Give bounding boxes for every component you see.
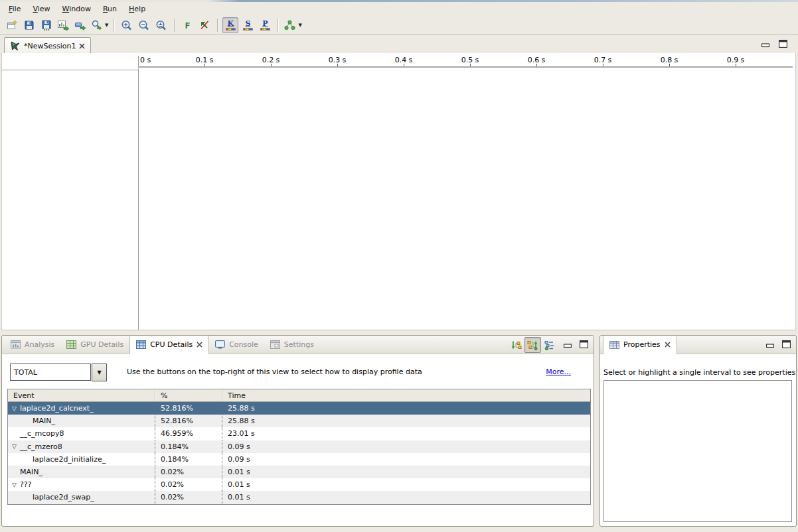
tab-console[interactable]: Console — [209, 336, 264, 354]
tab-analysis-label: Analysis — [25, 340, 54, 349]
table-row[interactable]: laplace2d_initialize_0.184%0.09 s — [8, 453, 590, 466]
percent-cell[interactable]: 0.02% — [155, 478, 222, 491]
table-row[interactable]: ▽laplace2d_calcnext_52.816%25.88 s — [8, 402, 590, 415]
zoom-out-button[interactable]: − — [136, 17, 152, 33]
menu-bar: File View Window Run Help — [0, 2, 798, 16]
toolbar-separator — [114, 19, 114, 32]
tab-settings[interactable]: Settings — [264, 336, 320, 354]
percent-cell[interactable]: 52.816% — [155, 415, 222, 427]
event-cell[interactable]: ▽__c_mzero8 — [8, 440, 155, 453]
tab-cpu-details-label: CPU Details — [150, 340, 193, 349]
zoom-fit-button[interactable]: ± — [153, 17, 169, 33]
search-button[interactable]: ▼ — [90, 17, 109, 33]
table-row[interactable]: __c_mcopy846.959%23.01 s — [8, 427, 590, 440]
code-structure-view-button[interactable] — [541, 337, 558, 353]
percent-cell[interactable]: 0.184% — [155, 453, 222, 466]
toolbar-separator — [174, 19, 175, 32]
tab-gpu-details[interactable]: GPU Details — [60, 336, 129, 354]
tree-expand-icon[interactable]: ▽ — [12, 405, 17, 411]
topology-dropdown-caret-icon[interactable]: ▼ — [298, 23, 301, 28]
menu-file[interactable]: File — [3, 3, 27, 15]
save-all-button[interactable] — [39, 17, 54, 33]
editor-tab-bar: *NewSession1 — [0, 35, 798, 53]
event-cell[interactable]: laplace2d_initialize_ — [8, 453, 155, 466]
maximize-editor-button[interactable] — [777, 38, 789, 49]
more-link[interactable]: More... — [546, 367, 571, 376]
time-cell[interactable]: 25.88 s — [222, 415, 590, 427]
time-cell[interactable]: 0.09 s — [222, 453, 590, 466]
event-cell[interactable]: ▽??? — [8, 478, 155, 491]
column-header-percent[interactable]: % — [155, 389, 222, 401]
menu-view[interactable]: View — [27, 3, 56, 15]
save-button[interactable] — [21, 17, 37, 33]
process-view-toggle[interactable]: P — [257, 17, 273, 33]
column-header-time[interactable]: Time — [222, 389, 590, 401]
percent-cell[interactable]: 0.184% — [155, 440, 222, 453]
close-icon[interactable] — [197, 342, 202, 348]
percent-cell[interactable]: 0.02% — [155, 466, 222, 478]
menu-run[interactable]: Run — [97, 3, 123, 15]
gpu-details-icon — [66, 340, 76, 349]
event-name: laplace2d_swap_ — [8, 493, 94, 501]
toolbar-separator — [217, 19, 218, 32]
svg-text:+: + — [123, 21, 129, 28]
timeline-canvas[interactable] — [139, 68, 795, 330]
tab-cpu-details[interactable]: CPU Details — [129, 336, 209, 354]
minimize-properties-button[interactable] — [764, 340, 776, 350]
event-name: laplace2d_initialize_ — [8, 455, 106, 464]
topology-view-button[interactable]: ▼ — [283, 17, 302, 33]
new-session-button[interactable] — [4, 17, 20, 33]
bottom-up-view-button[interactable] — [524, 337, 541, 353]
profile-application-button[interactable] — [56, 17, 72, 33]
event-cell[interactable]: MAIN_ — [8, 466, 155, 478]
top-down-view-icon — [511, 340, 522, 350]
tree-expand-icon[interactable]: ▽ — [12, 444, 17, 450]
maximize-icon — [779, 40, 787, 48]
enable-marker-button[interactable]: F — [179, 17, 195, 33]
topology-icon — [283, 20, 296, 31]
table-row[interactable]: MAIN_0.02%0.01 s — [8, 466, 590, 478]
table-row[interactable]: ▽__c_mzero80.184%0.09 s — [8, 440, 590, 453]
search-dropdown-caret-icon[interactable]: ▼ — [105, 23, 108, 28]
event-cell[interactable]: __c_mcopy8 — [8, 427, 155, 440]
table-row[interactable]: MAIN_52.816%25.88 s — [8, 415, 590, 427]
close-icon[interactable] — [79, 43, 85, 49]
time-cell[interactable]: 0.01 s — [222, 478, 590, 491]
menu-window[interactable]: Window — [56, 3, 97, 15]
timeline-tick-mark — [603, 64, 603, 66]
time-cell[interactable]: 0.09 s — [222, 440, 590, 453]
event-cell[interactable]: ▽laplace2d_calcnext_ — [8, 402, 155, 415]
table-row[interactable]: laplace2d_swap_0.02%0.01 s — [8, 491, 590, 503]
zoom-in-button[interactable]: + — [119, 17, 135, 33]
close-icon[interactable] — [665, 342, 671, 348]
menu-help[interactable]: Help — [123, 3, 151, 15]
tab-analysis[interactable]: Analysis — [5, 336, 60, 354]
session-tab[interactable]: *NewSession1 — [4, 37, 91, 54]
maximize-cpu-view-button[interactable] — [578, 339, 590, 350]
maximize-properties-button[interactable] — [780, 339, 792, 350]
disable-marker-button[interactable] — [197, 17, 212, 33]
time-cell[interactable]: 0.01 s — [222, 491, 590, 503]
tab-properties[interactable]: Properties — [603, 336, 677, 354]
time-cell[interactable]: 0.01 s — [222, 466, 590, 478]
flush-profile-button[interactable] — [73, 17, 89, 33]
stream-view-toggle[interactable]: S — [240, 17, 256, 33]
minimize-editor-button[interactable] — [759, 39, 771, 50]
percent-cell[interactable]: 0.02% — [155, 491, 222, 503]
f-marker-icon: F — [185, 21, 190, 31]
percent-cell[interactable]: 46.959% — [155, 427, 222, 440]
tree-expand-icon[interactable]: ▽ — [12, 482, 17, 488]
column-header-event[interactable]: Event — [8, 389, 155, 401]
minimize-cpu-view-button[interactable] — [562, 340, 574, 350]
kernel-view-toggle[interactable]: K — [222, 17, 238, 33]
percent-cell[interactable]: 52.816% — [155, 402, 222, 415]
time-cell[interactable]: 25.88 s — [222, 402, 590, 415]
event-cell[interactable]: laplace2d_swap_ — [8, 491, 155, 503]
event-cell[interactable]: MAIN_ — [8, 415, 155, 427]
top-down-view-button[interactable] — [508, 337, 524, 353]
display-mode-combo[interactable]: TOTAL — [10, 364, 91, 381]
display-mode-combo-arrow[interactable]: ▼ — [92, 364, 107, 381]
main-toolbar: ▼ + − ± F K S P ▼ — [0, 16, 798, 35]
table-row[interactable]: ▽???0.02%0.01 s — [8, 478, 590, 491]
time-cell[interactable]: 23.01 s — [222, 427, 590, 440]
